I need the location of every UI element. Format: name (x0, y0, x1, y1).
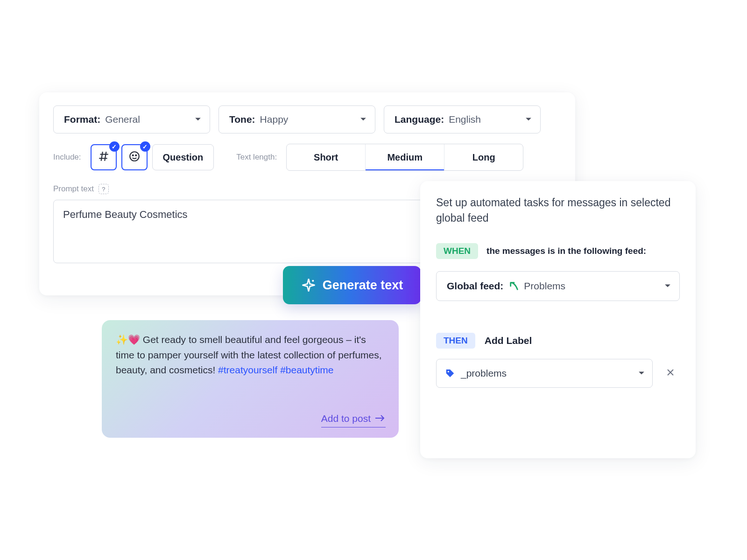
svg-point-8 (448, 371, 449, 372)
label-value: _problems (461, 368, 507, 379)
generator-top-row: Format: General Tone: Happy Language: En… (53, 105, 561, 133)
arrow-right-icon (375, 411, 386, 427)
include-label: Include: (53, 153, 81, 162)
include-question-toggle[interactable]: Question (152, 144, 214, 170)
global-feed-select[interactable]: Global feed: Problems (436, 271, 680, 301)
caret-down-icon (664, 280, 671, 292)
include-emoji-toggle[interactable]: ✓ (121, 144, 148, 170)
caret-down-icon (525, 114, 532, 125)
tone-label: Tone: (229, 114, 255, 125)
result-emoji: ✨💗 (116, 334, 143, 345)
automation-heading: Set up automated tasks for messages in s… (436, 195, 680, 226)
when-tag: WHEN (436, 243, 478, 259)
language-select[interactable]: Language: English (384, 105, 541, 133)
svg-line-2 (101, 152, 102, 161)
prompt-value: Perfume Beauty Cosmetics (63, 209, 188, 220)
global-feed-label: Global feed: (447, 280, 503, 292)
generator-second-row: Include: ✓ ✓ Question Text length: Short (53, 144, 561, 171)
generate-text-button[interactable]: Generate text (283, 266, 421, 304)
caret-down-icon (638, 368, 645, 379)
hashtag-icon (98, 150, 110, 165)
svg-point-6 (135, 154, 136, 155)
feed-icon (509, 281, 519, 291)
then-text: Add Label (485, 335, 532, 346)
format-value: General (105, 114, 140, 125)
add-to-post-link[interactable]: Add to post (321, 411, 386, 427)
generated-result-card: ✨💗 Get ready to smell beautiful and feel… (102, 320, 399, 438)
emoji-icon (128, 150, 141, 165)
tone-select[interactable]: Tone: Happy (218, 105, 375, 133)
generate-label: Generate text (323, 278, 403, 293)
then-tag: THEN (436, 333, 475, 349)
svg-point-5 (132, 154, 133, 155)
then-row: THEN Add Label (436, 333, 680, 349)
label-row: _problems (436, 359, 680, 388)
tag-icon (445, 368, 455, 378)
global-feed-value: Problems (524, 280, 565, 292)
help-icon[interactable]: ? (99, 184, 109, 194)
svg-line-3 (105, 152, 106, 161)
label-select[interactable]: _problems (436, 359, 653, 388)
caret-down-icon (195, 114, 201, 125)
length-short-button[interactable]: Short (287, 144, 365, 170)
tone-value: Happy (260, 114, 289, 125)
svg-point-7 (312, 280, 314, 282)
include-chip-group: ✓ ✓ Question (91, 144, 214, 170)
format-label: Format: (64, 114, 100, 125)
format-select[interactable]: Format: General (53, 105, 210, 133)
prompt-label: Prompt text (53, 184, 94, 194)
when-text: the messages is in the following feed: (486, 246, 646, 256)
caret-down-icon (360, 114, 366, 125)
question-label: Question (163, 152, 204, 163)
text-length-group: Short Medium Long (286, 144, 523, 171)
length-long-button[interactable]: Long (444, 144, 523, 170)
add-to-post-label: Add to post (321, 411, 371, 427)
language-value: English (449, 114, 481, 125)
include-hashtag-toggle[interactable]: ✓ (91, 144, 117, 170)
automation-card: Set up automated tasks for messages in s… (420, 181, 696, 458)
svg-point-4 (130, 152, 139, 161)
when-row: WHEN the messages is in the following fe… (436, 243, 680, 259)
remove-label-button[interactable] (661, 364, 680, 383)
close-icon (666, 367, 675, 379)
check-icon: ✓ (109, 141, 120, 152)
hashtag: #treatyourself (218, 364, 277, 375)
check-icon: ✓ (140, 141, 150, 152)
hashtag: #beautytime (280, 364, 333, 375)
text-length-label: Text length: (236, 153, 277, 162)
length-medium-button[interactable]: Medium (366, 144, 444, 170)
language-label: Language: (395, 114, 444, 125)
sparkle-icon (301, 278, 316, 293)
